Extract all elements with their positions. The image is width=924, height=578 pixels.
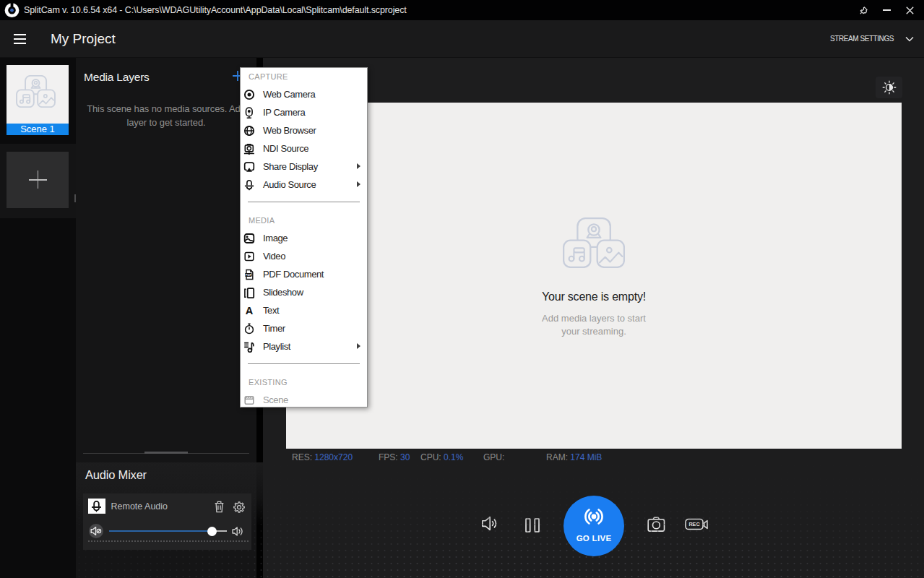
svg-text:A: A [246,305,254,316]
svg-text:PDF: PDF [246,273,252,277]
